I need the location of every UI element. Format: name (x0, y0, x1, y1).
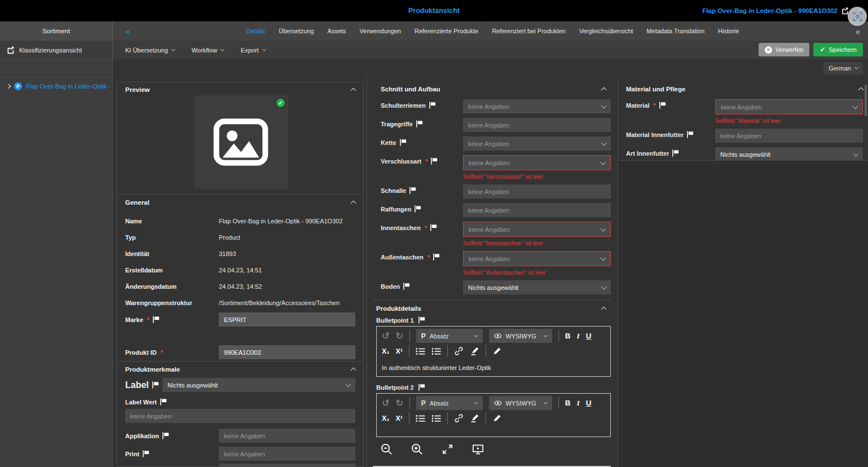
numbered-list-icon[interactable] (431, 415, 441, 422)
tab-metadata-translation[interactable]: Metadata Translation (646, 28, 704, 34)
screen-capture-badge[interactable] (848, 7, 867, 26)
tree-item-product[interactable]: P Flap Over-Bag in Leder-Optik - 990 (7, 82, 112, 90)
subscript-button[interactable]: X₁ (382, 347, 390, 355)
bulletpoint1-text[interactable]: In authentisch strukturierter Leder-Opti… (377, 359, 610, 376)
italic-button[interactable]: I (577, 332, 580, 341)
tab-verwendungen[interactable]: Verwendungen (360, 28, 401, 34)
flag-icon[interactable] (409, 187, 416, 194)
menu-workflow[interactable]: Workflow (192, 47, 224, 54)
tab-details[interactable]: Details (246, 28, 266, 34)
presentation-icon[interactable] (472, 443, 484, 456)
undo-icon[interactable]: ↺ (382, 331, 389, 341)
superscript-button[interactable]: X¹ (396, 415, 403, 422)
bold-button[interactable]: B (565, 399, 571, 407)
link-icon[interactable] (454, 346, 464, 356)
produkt-id-input[interactable] (219, 345, 355, 359)
aussentaschen-select[interactable]: keine Angaben (463, 251, 611, 266)
tab-vergleichsuebersicht[interactable]: Vergleichsübersicht (579, 28, 633, 34)
bold-button[interactable]: B (565, 332, 571, 340)
collapse-section-icon[interactable] (351, 88, 356, 94)
link-icon[interactable] (454, 413, 464, 423)
boden-select[interactable]: Nichts ausgewählt (463, 280, 611, 294)
tab-referenziert-bei-produkten[interactable]: Referenziert bei Produkten (492, 28, 566, 34)
label-wert-input[interactable] (125, 409, 355, 423)
numbered-list-icon[interactable] (431, 347, 441, 355)
language-select[interactable]: German (823, 62, 863, 74)
sidebar-item-klassifizierungsansicht[interactable]: Klassifizierungsansicht (0, 41, 113, 59)
collapse-section-icon[interactable] (858, 87, 864, 93)
view-mode-select[interactable]: WYSIWYG (489, 396, 552, 410)
flag-icon[interactable] (430, 157, 438, 165)
cutoff-input[interactable] (219, 464, 355, 467)
schulterriemen-select[interactable]: keine Angaben (463, 99, 611, 113)
discard-button[interactable]: ✕ Verwerfen (759, 43, 810, 56)
flag-icon[interactable] (403, 283, 410, 290)
flag-icon[interactable] (162, 432, 169, 439)
art-innenfutter-select[interactable]: Nichts ausgewählt (715, 147, 863, 161)
flag-icon[interactable] (418, 316, 425, 324)
flag-icon[interactable] (160, 398, 167, 406)
underline-button[interactable]: U (586, 332, 592, 340)
undo-icon[interactable]: ↺ (382, 398, 389, 408)
save-button[interactable]: ✓ Speichern (813, 43, 863, 56)
edit-pencil-icon[interactable] (492, 346, 502, 356)
label-select[interactable]: Nichts ausgewählt (162, 378, 355, 392)
preview-image-placeholder[interactable]: ✓ (194, 95, 288, 189)
flag-icon[interactable] (672, 149, 679, 157)
collapse-left-icon[interactable]: « (125, 27, 130, 36)
highlighter-icon[interactable] (470, 346, 479, 356)
highlighter-icon[interactable] (470, 413, 479, 423)
collapse-section-icon[interactable] (601, 87, 607, 93)
flag-icon[interactable] (399, 139, 407, 146)
verschlussart-select[interactable]: keine Angaben (463, 155, 611, 170)
bullet-list-icon[interactable] (416, 415, 425, 422)
bulletpoint2-text[interactable] (377, 426, 610, 437)
zoom-out-icon[interactable] (380, 443, 393, 456)
fullscreen-icon[interactable] (441, 443, 454, 456)
flag-icon[interactable] (686, 131, 694, 138)
flag-icon[interactable] (152, 381, 159, 389)
flag-icon[interactable] (433, 253, 440, 261)
menu-export[interactable]: Export (241, 47, 266, 54)
chevron-right-icon[interactable] (6, 84, 11, 89)
print-input[interactable] (219, 447, 355, 461)
material-select[interactable]: keine Angaben (715, 99, 863, 114)
material-innenfutter-input[interactable] (715, 129, 863, 143)
redo-icon[interactable]: ↻ (395, 331, 403, 341)
flag-icon[interactable] (152, 316, 160, 323)
redo-icon[interactable]: ↻ (395, 398, 403, 408)
flag-icon[interactable] (142, 450, 149, 457)
subscript-button[interactable]: X₁ (382, 415, 390, 422)
paragraph-style-select[interactable]: P Absatz (416, 396, 483, 410)
scrollbar-thumb[interactable] (865, 85, 867, 116)
collapse-section-icon[interactable] (351, 368, 356, 373)
tragegriffe-input[interactable] (463, 118, 611, 132)
schnalle-input[interactable] (463, 184, 611, 199)
tab-uebersetzung[interactable]: Übersetzung (279, 28, 314, 34)
flag-icon[interactable] (429, 102, 436, 109)
tab-historie[interactable]: Historie (718, 28, 739, 34)
view-mode-select[interactable]: WYSIWYG (489, 329, 552, 343)
tab-assets[interactable]: Assets (328, 28, 346, 34)
marke-input[interactable] (219, 312, 355, 327)
kette-select[interactable]: keine Angaben (463, 136, 611, 151)
tab-referenzierte-produkte[interactable]: Referenzierte Produkte (415, 28, 478, 34)
flag-icon[interactable] (414, 205, 421, 213)
flag-icon[interactable] (659, 102, 666, 109)
applikation-input[interactable] (219, 429, 355, 443)
paragraph-style-select[interactable]: P Absatz (416, 329, 483, 343)
edit-pencil-icon[interactable] (492, 413, 502, 423)
raffungen-input[interactable] (463, 203, 611, 217)
flag-icon[interactable] (418, 384, 425, 391)
innentaschen-select[interactable]: keine Angaben (463, 222, 611, 237)
menu-ki-uebersetzung[interactable]: KI Übersetzung (125, 47, 175, 54)
zoom-in-icon[interactable] (411, 443, 424, 456)
flag-icon[interactable] (416, 120, 423, 127)
flag-icon[interactable] (430, 224, 437, 231)
italic-button[interactable]: I (577, 399, 580, 408)
superscript-button[interactable]: X¹ (396, 347, 403, 355)
collapse-right-icon[interactable]: « (856, 27, 860, 36)
collapse-section-icon[interactable] (601, 307, 607, 312)
bullet-list-icon[interactable] (416, 347, 425, 355)
underline-button[interactable]: U (586, 399, 592, 407)
